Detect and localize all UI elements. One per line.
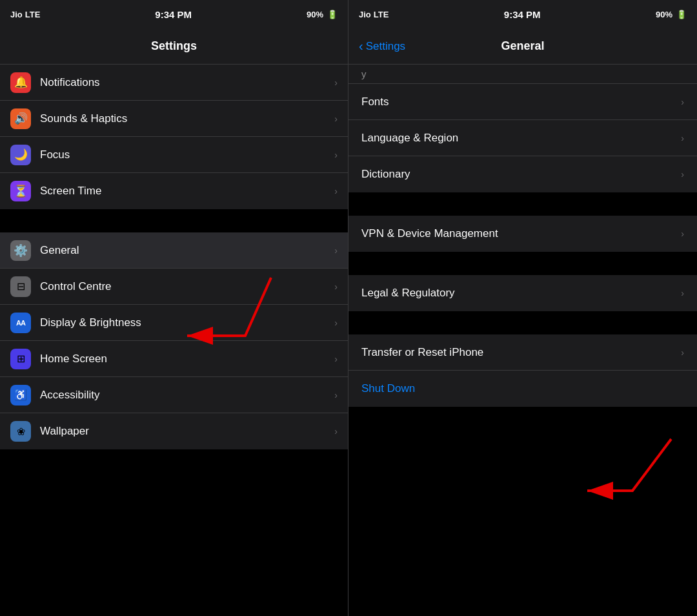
- displaybrightness-label: Display & Brightness: [40, 316, 329, 329]
- right-group-1: Fonts › Language & Region › Dictionary ›: [348, 84, 697, 192]
- right-group-3: Legal & Regulatory ›: [348, 275, 697, 311]
- carrier-left: Jio: [10, 10, 23, 19]
- sidebar-item-accessibility[interactable]: ♿ Accessibility ›: [0, 377, 348, 413]
- status-right-left: 90% 🔋: [307, 10, 338, 19]
- controlcentre-icon: ⊟: [10, 276, 31, 297]
- battery-icon-left: 🔋: [327, 10, 338, 19]
- sidebar-item-screentime[interactable]: ⏳ Screen Time ›: [0, 173, 348, 209]
- shutdown-label: Shut Down: [361, 382, 684, 395]
- battery-left: 90%: [307, 10, 323, 19]
- right-panel: Jio LTE 9:34 PM 90% 🔋 ‹ Settings General…: [348, 0, 697, 616]
- chevron-transfer: ›: [681, 347, 684, 358]
- focus-label: Focus: [40, 149, 329, 161]
- group-2: ⚙️ General › ⊟ Control Centre › AA Displ…: [0, 232, 348, 449]
- dictionary-label: Dictionary: [361, 168, 676, 181]
- right-item-transfer[interactable]: Transfer or Reset iPhone ›: [348, 334, 697, 371]
- chevron-sounds: ›: [334, 114, 338, 124]
- sidebar-item-sounds[interactable]: 🔊 Sounds & Haptics ›: [0, 101, 348, 137]
- notifications-label: Notifications: [40, 76, 329, 89]
- chevron-wallpaper: ›: [334, 426, 338, 436]
- notifications-icon: 🔔: [10, 72, 31, 93]
- wallpaper-label: Wallpaper: [40, 425, 329, 438]
- left-nav-title: Settings: [151, 39, 197, 53]
- back-button[interactable]: ‹ Settings: [359, 39, 405, 54]
- chevron-focus: ›: [334, 150, 338, 160]
- controlcentre-label: Control Centre: [40, 280, 329, 293]
- scrolled-item: y: [348, 65, 697, 84]
- right-item-fonts[interactable]: Fonts ›: [348, 84, 697, 120]
- sounds-icon: 🔊: [10, 108, 31, 129]
- right-item-legal[interactable]: Legal & Regulatory ›: [348, 275, 697, 311]
- chevron-legal: ›: [681, 288, 684, 298]
- right-nav-header: ‹ Settings General: [348, 28, 697, 65]
- screentime-icon: ⏳: [10, 181, 31, 201]
- time-left: 9:34 PM: [155, 9, 192, 20]
- chevron-fonts: ›: [681, 97, 684, 107]
- status-left-right: Jio LTE: [359, 10, 389, 19]
- status-bar-left: Jio LTE 9:34 PM 90% 🔋: [0, 0, 348, 28]
- chevron-displaybrightness: ›: [334, 318, 338, 328]
- status-right-right: 90% 🔋: [656, 10, 687, 19]
- left-nav-header: Settings: [0, 28, 348, 65]
- right-item-shutdown[interactable]: Shut Down: [348, 371, 697, 407]
- general-icon: ⚙️: [10, 240, 31, 261]
- chevron-vpn: ›: [681, 229, 684, 239]
- transfer-label: Transfer or Reset iPhone: [361, 346, 676, 359]
- sidebar-item-wallpaper[interactable]: ❀ Wallpaper ›: [0, 413, 348, 449]
- homescreen-icon: ⊞: [10, 349, 31, 369]
- battery-icon-right: 🔋: [676, 10, 687, 19]
- back-chevron-icon: ‹: [359, 39, 363, 54]
- fonts-label: Fonts: [361, 96, 676, 108]
- gap-1: [0, 210, 348, 232]
- accessibility-label: Accessibility: [40, 389, 329, 402]
- network-right: LTE: [374, 10, 389, 19]
- vpn-label: VPN & Device Management: [361, 227, 676, 240]
- carrier-right: Jio: [359, 10, 371, 19]
- right-item-dictionary[interactable]: Dictionary ›: [348, 156, 697, 192]
- chevron-general: ›: [334, 245, 338, 256]
- sidebar-item-homescreen[interactable]: ⊞ Home Screen ›: [0, 341, 348, 377]
- left-panel: Jio LTE 9:34 PM 90% 🔋 Settings 🔔 Notific…: [0, 0, 348, 616]
- right-group-4: Transfer or Reset iPhone › Shut Down: [348, 334, 697, 407]
- sidebar-item-focus[interactable]: 🌙 Focus ›: [0, 137, 348, 173]
- chevron-language: ›: [681, 133, 684, 143]
- time-right: 9:34 PM: [504, 9, 541, 20]
- chevron-accessibility: ›: [334, 390, 338, 400]
- legal-label: Legal & Regulatory: [361, 287, 676, 300]
- general-label: General: [40, 244, 329, 257]
- sounds-label: Sounds & Haptics: [40, 112, 329, 125]
- right-panel-wrapper: Jio LTE 9:34 PM 90% 🔋 ‹ Settings General…: [348, 0, 697, 616]
- status-left-left: Jio LTE: [10, 10, 40, 19]
- chevron-screentime: ›: [334, 186, 338, 196]
- chevron-notifications: ›: [334, 77, 338, 88]
- chevron-controlcentre: ›: [334, 282, 338, 292]
- chevron-dictionary: ›: [681, 169, 684, 180]
- right-group-2: VPN & Device Management ›: [348, 216, 697, 252]
- sidebar-item-controlcentre[interactable]: ⊟ Control Centre ›: [0, 269, 348, 305]
- group-1: 🔔 Notifications › 🔊 Sounds & Haptics › 🌙…: [0, 65, 348, 209]
- language-label: Language & Region: [361, 132, 676, 145]
- status-bar-right: Jio LTE 9:34 PM 90% 🔋: [348, 0, 697, 28]
- right-item-vpn[interactable]: VPN & Device Management ›: [348, 216, 697, 252]
- accessibility-icon: ♿: [10, 385, 31, 406]
- right-gap-3: [348, 313, 697, 334]
- right-nav-title: General: [501, 39, 544, 53]
- network-left: LTE: [25, 10, 41, 19]
- right-item-language[interactable]: Language & Region ›: [348, 120, 697, 156]
- screentime-label: Screen Time: [40, 185, 329, 198]
- right-scroll-area[interactable]: y Fonts › Language & Region › Dictionary…: [348, 65, 697, 616]
- focus-icon: 🌙: [10, 145, 31, 165]
- displaybrightness-icon: AA: [10, 313, 31, 333]
- left-scroll-area[interactable]: 🔔 Notifications › 🔊 Sounds & Haptics › 🌙…: [0, 65, 348, 616]
- sidebar-item-notifications[interactable]: 🔔 Notifications ›: [0, 65, 348, 101]
- scrolled-label: y: [361, 68, 367, 79]
- sidebar-item-general[interactable]: ⚙️ General ›: [0, 232, 348, 269]
- back-label: Settings: [366, 40, 405, 53]
- chevron-homescreen: ›: [334, 354, 338, 364]
- homescreen-label: Home Screen: [40, 353, 329, 365]
- wallpaper-icon: ❀: [10, 421, 31, 442]
- battery-right: 90%: [656, 10, 672, 19]
- right-gap-2: [348, 253, 697, 275]
- right-gap-1: [348, 194, 697, 216]
- sidebar-item-displaybrightness[interactable]: AA Display & Brightness ›: [0, 305, 348, 341]
